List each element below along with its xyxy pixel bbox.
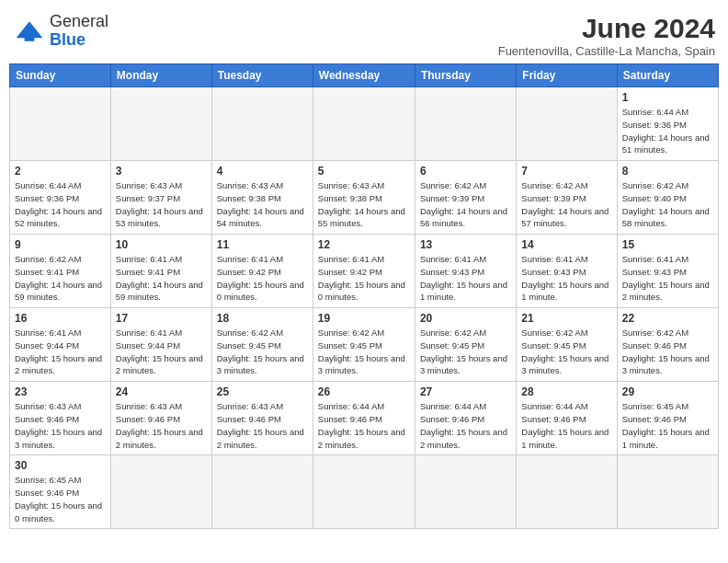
day-number: 27 [420,385,511,398]
day-number: 11 [217,238,308,251]
day-cell: 10Sunrise: 6:41 AM Sunset: 9:41 PM Dayli… [110,235,211,308]
day-info: Sunrise: 6:41 AM Sunset: 9:43 PM Dayligh… [622,253,713,304]
logo: General Blue [13,13,108,50]
week-row-4: 16Sunrise: 6:41 AM Sunset: 9:44 PM Dayli… [10,308,719,382]
day-number: 28 [521,385,611,398]
day-cell: 9Sunrise: 6:42 AM Sunset: 9:41 PM Daylig… [10,235,111,308]
day-info: Sunrise: 6:42 AM Sunset: 9:45 PM Dayligh… [420,327,511,377]
day-info: Sunrise: 6:44 AM Sunset: 9:36 PM Dayligh… [15,179,106,230]
svg-marker-0 [17,21,43,38]
weekday-header-wednesday: Wednesday [313,64,415,87]
svg-rect-1 [25,36,35,40]
day-info: Sunrise: 6:41 AM Sunset: 9:44 PM Dayligh… [15,327,106,377]
day-number: 15 [622,238,713,251]
day-cell: 12Sunrise: 6:41 AM Sunset: 9:42 PM Dayli… [313,235,415,308]
day-number: 18 [217,312,308,325]
weekday-header-sunday: Sunday [10,64,111,87]
day-info: Sunrise: 6:41 AM Sunset: 9:42 PM Dayligh… [217,253,308,304]
day-cell [211,455,313,529]
day-info: Sunrise: 6:41 AM Sunset: 9:44 PM Dayligh… [116,327,207,377]
day-cell: 29Sunrise: 6:45 AM Sunset: 9:46 PM Dayli… [617,382,718,455]
day-info: Sunrise: 6:44 AM Sunset: 9:46 PM Dayligh… [318,400,410,451]
day-number: 16 [15,312,106,325]
week-row-2: 2Sunrise: 6:44 AM Sunset: 9:36 PM Daylig… [10,161,719,235]
day-info: Sunrise: 6:42 AM Sunset: 9:39 PM Dayligh… [521,179,611,230]
day-number: 10 [116,238,207,251]
day-info: Sunrise: 6:44 AM Sunset: 9:46 PM Dayligh… [420,400,511,451]
day-cell: 28Sunrise: 6:44 AM Sunset: 9:46 PM Dayli… [517,382,617,455]
day-cell: 22Sunrise: 6:42 AM Sunset: 9:46 PM Dayli… [617,308,718,382]
day-cell [617,455,718,529]
day-info: Sunrise: 6:43 AM Sunset: 9:46 PM Dayligh… [15,400,106,451]
calendar-title: June 2024 [498,13,715,44]
day-info: Sunrise: 6:43 AM Sunset: 9:37 PM Dayligh… [116,179,207,230]
week-row-1: 1Sunrise: 6:44 AM Sunset: 9:36 PM Daylig… [10,87,719,161]
week-row-3: 9Sunrise: 6:42 AM Sunset: 9:41 PM Daylig… [10,235,719,308]
day-cell [313,455,415,529]
week-row-5: 23Sunrise: 6:43 AM Sunset: 9:46 PM Dayli… [10,382,719,455]
day-number: 19 [318,312,410,325]
calendar-subtitle: Fuentenovilla, Castille-La Mancha, Spain [498,44,715,58]
calendar-table: SundayMondayTuesdayWednesdayThursdayFrid… [9,63,719,529]
weekday-header-tuesday: Tuesday [211,64,313,87]
day-cell: 5Sunrise: 6:43 AM Sunset: 9:38 PM Daylig… [313,161,415,235]
day-info: Sunrise: 6:42 AM Sunset: 9:40 PM Dayligh… [622,179,713,230]
day-cell: 27Sunrise: 6:44 AM Sunset: 9:46 PM Dayli… [415,382,516,455]
day-cell: 6Sunrise: 6:42 AM Sunset: 9:39 PM Daylig… [415,161,516,235]
day-info: Sunrise: 6:43 AM Sunset: 9:38 PM Dayligh… [217,179,308,230]
day-number: 24 [116,385,207,398]
day-cell: 14Sunrise: 6:41 AM Sunset: 9:43 PM Dayli… [517,235,617,308]
day-number: 9 [15,238,106,251]
day-number: 5 [318,165,410,178]
day-info: Sunrise: 6:42 AM Sunset: 9:45 PM Dayligh… [217,327,308,377]
day-info: Sunrise: 6:41 AM Sunset: 9:43 PM Dayligh… [521,253,611,304]
day-cell: 17Sunrise: 6:41 AM Sunset: 9:44 PM Dayli… [110,308,211,382]
day-number: 2 [15,165,106,178]
page-header: General Blue June 2024 Fuentenovilla, Ca… [9,9,719,58]
day-number: 20 [420,312,511,325]
day-info: Sunrise: 6:41 AM Sunset: 9:42 PM Dayligh… [318,253,410,304]
title-block: June 2024 Fuentenovilla, Castille-La Man… [498,13,715,58]
day-number: 4 [217,165,308,178]
day-number: 26 [318,385,410,398]
day-cell: 18Sunrise: 6:42 AM Sunset: 9:45 PM Dayli… [211,308,313,382]
day-cell: 26Sunrise: 6:44 AM Sunset: 9:46 PM Dayli… [313,382,415,455]
day-info: Sunrise: 6:44 AM Sunset: 9:36 PM Dayligh… [622,106,713,156]
day-number: 12 [318,238,410,251]
weekday-header-thursday: Thursday [415,64,516,87]
day-info: Sunrise: 6:42 AM Sunset: 9:39 PM Dayligh… [420,179,511,230]
weekday-header-row: SundayMondayTuesdayWednesdayThursdayFrid… [10,64,719,87]
day-number: 6 [420,165,511,178]
day-cell: 4Sunrise: 6:43 AM Sunset: 9:38 PM Daylig… [211,161,313,235]
day-cell [517,455,617,529]
day-cell: 24Sunrise: 6:43 AM Sunset: 9:46 PM Dayli… [110,382,211,455]
day-info: Sunrise: 6:44 AM Sunset: 9:46 PM Dayligh… [521,400,611,451]
day-number: 23 [15,385,106,398]
day-cell [313,87,415,161]
day-number: 13 [420,238,511,251]
day-cell: 30Sunrise: 6:45 AM Sunset: 9:46 PM Dayli… [10,455,111,529]
day-cell: 20Sunrise: 6:42 AM Sunset: 9:45 PM Dayli… [415,308,516,382]
weekday-header-monday: Monday [110,64,211,87]
day-number: 14 [521,238,611,251]
day-cell: 19Sunrise: 6:42 AM Sunset: 9:45 PM Dayli… [313,308,415,382]
day-number: 22 [622,312,713,325]
day-cell [110,87,211,161]
day-cell: 3Sunrise: 6:43 AM Sunset: 9:37 PM Daylig… [110,161,211,235]
day-number: 8 [622,165,713,178]
day-info: Sunrise: 6:42 AM Sunset: 9:41 PM Dayligh… [15,253,106,304]
day-cell: 15Sunrise: 6:41 AM Sunset: 9:43 PM Dayli… [617,235,718,308]
day-cell [10,87,111,161]
day-number: 30 [15,459,106,472]
day-cell: 1Sunrise: 6:44 AM Sunset: 9:36 PM Daylig… [617,87,718,161]
day-cell [415,87,516,161]
weekday-header-saturday: Saturday [617,64,718,87]
day-cell: 13Sunrise: 6:41 AM Sunset: 9:43 PM Dayli… [415,235,516,308]
day-info: Sunrise: 6:43 AM Sunset: 9:46 PM Dayligh… [116,400,207,451]
day-cell: 7Sunrise: 6:42 AM Sunset: 9:39 PM Daylig… [517,161,617,235]
day-info: Sunrise: 6:42 AM Sunset: 9:46 PM Dayligh… [622,327,713,377]
day-number: 3 [116,165,207,178]
day-info: Sunrise: 6:41 AM Sunset: 9:41 PM Dayligh… [116,253,207,304]
day-number: 25 [217,385,308,398]
day-info: Sunrise: 6:45 AM Sunset: 9:46 PM Dayligh… [15,474,106,524]
